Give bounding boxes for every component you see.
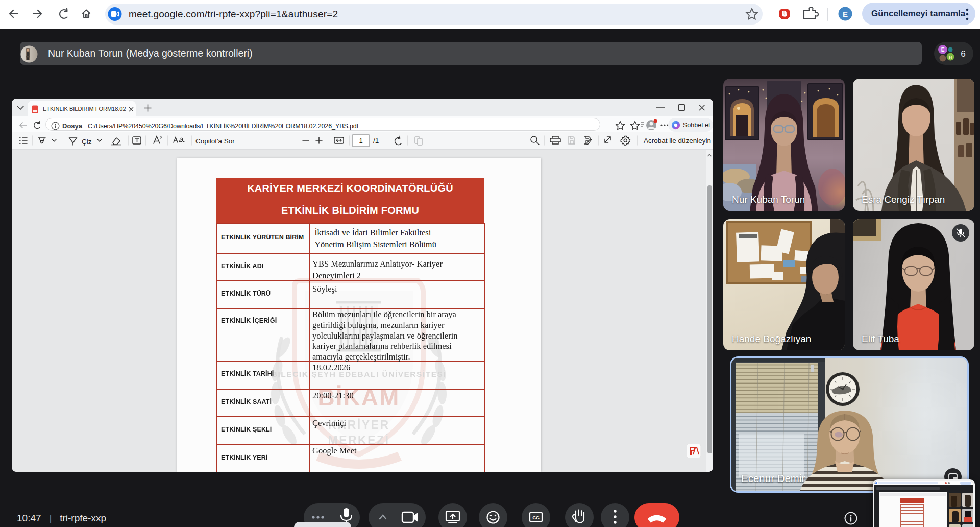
svg-text:1: 1 <box>359 137 362 145</box>
svg-text:CC: CC <box>532 515 540 520</box>
svg-text:/1: /1 <box>373 137 379 145</box>
svg-text:H: H <box>949 55 952 60</box>
svg-text:E: E <box>843 10 848 18</box>
svg-text:Çiz: Çiz <box>82 138 92 146</box>
svg-text:Copilot'a Sor: Copilot'a Sor <box>195 137 235 145</box>
svg-text:E: E <box>941 47 945 53</box>
svg-text:Acrobat ile düzenleyin: Acrobat ile düzenleyin <box>644 137 711 145</box>
svg-text:6: 6 <box>961 49 965 59</box>
